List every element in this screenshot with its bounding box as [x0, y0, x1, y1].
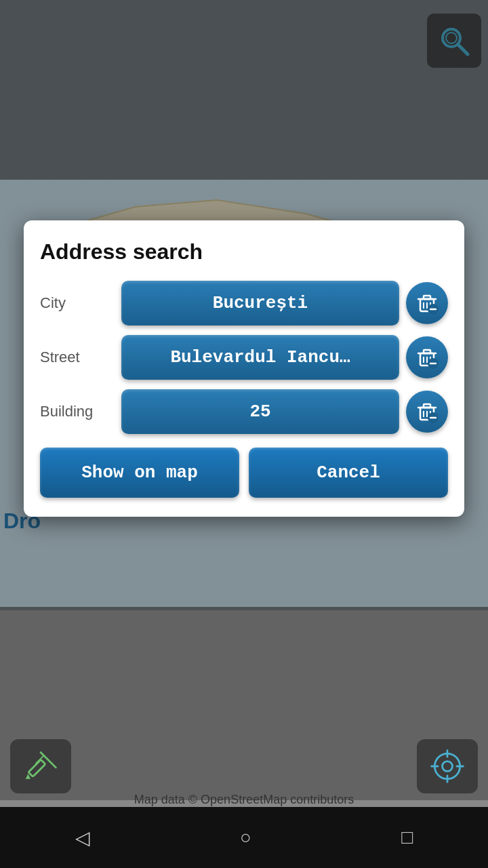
trash-icon	[415, 399, 439, 424]
building-label: Building	[40, 403, 115, 420]
nav-back-button[interactable]: ◁	[75, 827, 90, 849]
nav-bar: ◁ ○ □	[0, 807, 488, 868]
svg-rect-29	[424, 404, 430, 408]
svg-rect-21	[424, 350, 430, 353]
dialog-actions: Show on map Cancel	[40, 448, 448, 498]
city-row: City București	[40, 281, 448, 326]
bottom-overlay	[0, 607, 488, 800]
gps-icon	[428, 747, 466, 785]
dialog-title: Address search	[40, 239, 448, 264]
building-row: Building 25	[40, 389, 448, 434]
trash-icon	[415, 291, 439, 315]
nav-home-button[interactable]: ○	[240, 827, 251, 848]
trash-icon	[415, 345, 439, 370]
city-label: City	[40, 294, 115, 312]
city-field[interactable]: București	[121, 281, 399, 326]
city-clear-button[interactable]	[406, 282, 448, 324]
tools-icon	[22, 747, 60, 785]
street-row: Street Bulevardul Iancu…	[40, 335, 448, 380]
gps-button[interactable]	[417, 739, 478, 793]
cancel-button[interactable]: Cancel	[249, 448, 448, 498]
street-clear-button[interactable]	[406, 336, 448, 378]
street-label: Street	[40, 349, 115, 366]
tools-button[interactable]	[10, 739, 71, 793]
svg-point-40	[443, 762, 453, 772]
building-clear-button[interactable]	[406, 391, 448, 433]
building-field[interactable]: 25	[121, 389, 399, 434]
map-attribution: Map data © OpenStreetMap contributors	[0, 793, 488, 807]
show-on-map-button[interactable]: Show on map	[40, 448, 239, 498]
nav-recents-button[interactable]: □	[401, 827, 413, 848]
svg-rect-13	[424, 296, 430, 299]
street-field[interactable]: Bulevardul Iancu…	[121, 335, 399, 380]
address-search-dialog: Address search City București Street Bul…	[24, 220, 464, 517]
